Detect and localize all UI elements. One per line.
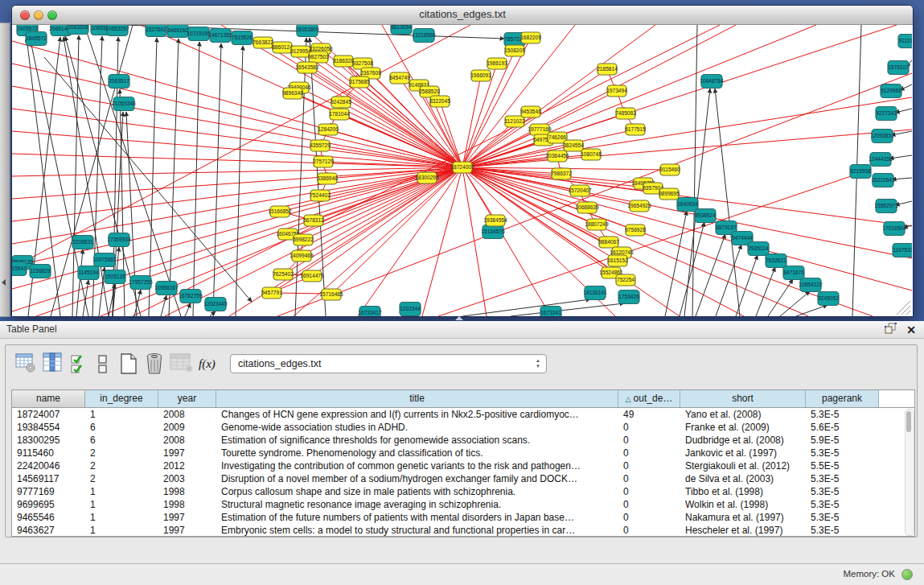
graph-node-label: 12444158 [869, 156, 893, 162]
graph-edge[interactable] [185, 303, 191, 316]
graph-node-label: 3824554 [563, 142, 584, 148]
network-view-window[interactable]: citations_edges.txt 24055721845572206914… [11, 5, 914, 317]
graph-node-label: 16120746 [610, 249, 634, 255]
graph-edge[interactable] [76, 249, 83, 316]
graph-edge[interactable] [213, 43, 221, 316]
table-cell: Tourette syndrome. Phenomenology and cla… [216, 447, 618, 459]
graph-edge[interactable] [12, 154, 462, 167]
graph-edge[interactable] [780, 291, 810, 316]
zoom-window-button[interactable] [47, 10, 57, 20]
graph-edge[interactable] [161, 295, 166, 316]
table-vertical-scrollbar[interactable] [905, 409, 914, 536]
graph-edge[interactable] [462, 167, 912, 290]
table-row[interactable]: 946554611997Estimation of the future num… [12, 511, 914, 524]
table-row[interactable]: 969969511998Structural magnetic resonanc… [12, 498, 914, 511]
graph-edge[interactable] [462, 130, 912, 167]
graph-edge[interactable] [796, 305, 827, 316]
graph-node-label: 9896346 [282, 90, 303, 96]
show-columns-icon[interactable] [43, 352, 64, 375]
graph-node-label: 9827503 [308, 54, 329, 60]
close-panel-icon[interactable]: ✕ [906, 323, 916, 336]
graph-edge[interactable] [193, 42, 199, 316]
graph-edge[interactable] [768, 279, 793, 316]
graph-node-label: 1167533 [893, 247, 912, 253]
graph-node-label: 15166852 [268, 208, 292, 214]
graph-node-label: 7485083 [615, 110, 636, 116]
table-cell: 0 [618, 472, 680, 485]
graph-node-label: 1986193 [487, 60, 507, 66]
create-column-icon[interactable] [118, 352, 139, 375]
table-cell: Franke et al. (2009) [680, 421, 806, 434]
float-panel-icon[interactable] [885, 323, 897, 337]
graph-edge[interactable] [892, 178, 912, 179]
network-canvas-svg: 2405572184557220691406206330610653251065… [12, 25, 912, 316]
table-row[interactable]: 1456911722003Disruption of a novel membe… [12, 472, 914, 485]
table-row[interactable]: 977716911998Corpus callosum shape and si… [12, 485, 914, 498]
graph-edge[interactable] [236, 46, 243, 316]
column-header-out-de-[interactable]: △out_de… [618, 390, 680, 407]
table-cell: 2012 [158, 459, 216, 472]
row-height-icon[interactable] [97, 352, 118, 375]
table-panel-header[interactable]: Table Panel ✕ [0, 321, 924, 339]
table-row[interactable]: 2242004622012Investigating the contribut… [12, 459, 914, 472]
table-cell: 1 [85, 511, 158, 524]
graph-edge[interactable] [438, 175, 856, 316]
graph-node-label: 17016504 [882, 225, 906, 231]
table-row[interactable]: 946362711997Embryonic stem cells: a mode… [12, 524, 914, 537]
column-header-title[interactable]: title [216, 390, 618, 407]
graph-edge[interactable] [511, 303, 624, 316]
node-table[interactable]: namein_degreeyeartitle△out_de…shortpager… [11, 389, 915, 537]
graph-node-label: 5998222 [293, 237, 314, 242]
scrollbar-thumb[interactable] [906, 411, 911, 432]
network-canvas[interactable]: 2405572184557220691406206330610653251065… [12, 25, 913, 316]
graph-edge[interactable] [891, 131, 912, 135]
function-builder-icon[interactable]: f(x) [199, 357, 220, 380]
graph-edge[interactable] [889, 155, 912, 159]
table-cell: 5.3E-5 [806, 511, 879, 524]
graph-node-label: 16782759 [179, 293, 203, 299]
graph-edge[interactable] [169, 39, 179, 316]
graph-edge[interactable] [462, 167, 487, 316]
west-panel-collapsed-strip[interactable] [0, 23, 10, 317]
table-cell: 9465546 [12, 511, 85, 524]
delete-columns-icon[interactable] [144, 352, 165, 375]
table-row[interactable]: 911546021997Tourette syndrome. Phenomeno… [12, 447, 914, 459]
column-header-name[interactable]: name [12, 390, 85, 407]
graph-edge[interactable] [756, 267, 775, 316]
table-cell: Investigating the contribution of common… [216, 459, 618, 472]
graph-edge[interactable] [895, 109, 912, 113]
table-row[interactable]: 1938455462009Genome-wide association stu… [12, 421, 914, 434]
graph-edge[interactable] [36, 167, 462, 316]
minimize-window-button[interactable] [34, 10, 43, 20]
graph-node-label: 1505135 [105, 274, 125, 279]
graph-node-label: 1753426 [618, 294, 639, 299]
select-columns-icon[interactable] [70, 352, 91, 375]
table-mode-icon[interactable] [15, 352, 36, 375]
graph-node-label: 10653257 [105, 26, 129, 31]
window-titlebar[interactable]: citations_edges.txt [12, 6, 913, 25]
graph-edge[interactable] [716, 245, 741, 316]
graph-edge[interactable] [210, 311, 216, 316]
graph-edge[interactable] [462, 167, 618, 261]
memory-status-indicator[interactable] [901, 569, 913, 580]
column-header-pagerank[interactable]: pagerank [806, 390, 879, 407]
graph-node-label: 2405572 [17, 26, 38, 31]
table-cell: Stergiakouli et al. (2012) [680, 459, 806, 472]
table-cell: 5.6E-5 [806, 421, 879, 434]
network-table-selector[interactable]: citations_edges.txt ▲▼ [230, 354, 547, 373]
column-header-year[interactable]: year [158, 390, 216, 407]
column-header-short[interactable]: short [680, 390, 806, 407]
split-pane-grip[interactable] [455, 316, 463, 320]
graph-edge[interactable] [692, 25, 697, 316]
graph-node-label: 9457791 [261, 290, 282, 295]
table-row[interactable]: 1872400712008Changes of HCN gene express… [12, 408, 914, 421]
table-row[interactable]: 1830029562008Estimation of significance … [12, 434, 914, 447]
graph-node-label: 3915941 [12, 266, 27, 271]
panel-expand-arrow-icon[interactable] [2, 279, 6, 286]
graph-node-label: 3386946 [317, 175, 338, 181]
column-header-in-degree[interactable]: in_degree [85, 390, 158, 407]
graph-node-label: 1145194 [78, 270, 99, 275]
graph-edge[interactable] [358, 167, 462, 316]
close-window-button[interactable] [20, 10, 30, 20]
graph-edge[interactable] [715, 89, 740, 316]
